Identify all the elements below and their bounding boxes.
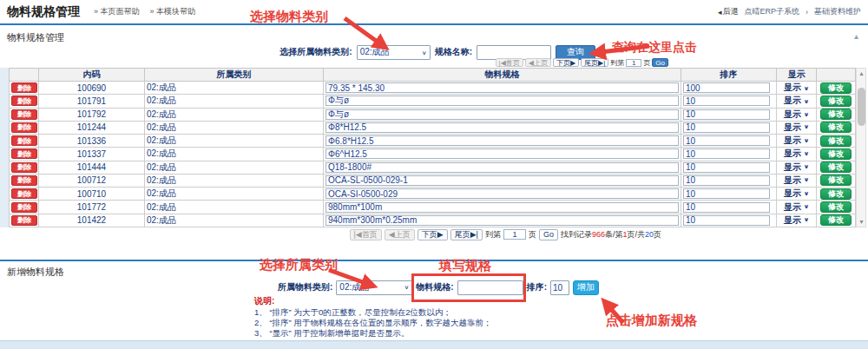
row-sort-input[interactable] bbox=[683, 215, 770, 226]
form-category-value: 02:成品 bbox=[339, 281, 369, 293]
row-sort-input[interactable] bbox=[683, 122, 770, 133]
delete-button[interactable]: 删除 bbox=[11, 162, 37, 173]
col-header-delete bbox=[10, 69, 39, 82]
back-button[interactable]: ◂后退 bbox=[718, 6, 739, 17]
modify-button[interactable]: 修改 bbox=[820, 148, 852, 160]
next-page-button[interactable]: 下页▶ bbox=[553, 58, 579, 67]
scrollbar-thumb[interactable] bbox=[858, 88, 865, 126]
form-sort-label: 排序: bbox=[527, 281, 547, 293]
row-sort-input[interactable] bbox=[683, 175, 770, 186]
row-display-select[interactable]: 显示∨ bbox=[779, 148, 814, 160]
first-page-button[interactable]: |◀首页 bbox=[496, 58, 523, 67]
next-page-button[interactable]: 下页▶ bbox=[418, 229, 448, 240]
pagination-top: |◀首页 ◀上页 下页▶ 尾页▶| 到第 页 Go bbox=[0, 58, 668, 67]
goto-page-input[interactable] bbox=[626, 59, 641, 67]
module-help-link[interactable]: » 本模块帮助 bbox=[150, 6, 196, 17]
chevron-down-icon: ∨ bbox=[422, 49, 427, 55]
delete-button[interactable]: 删除 bbox=[11, 135, 37, 146]
page-help-link[interactable]: » 本页面帮助 bbox=[94, 6, 140, 17]
row-spec-input[interactable] bbox=[326, 95, 679, 106]
row-spec-input[interactable] bbox=[326, 109, 679, 120]
row-spec-input[interactable] bbox=[326, 148, 679, 159]
row-spec-input[interactable] bbox=[326, 162, 679, 173]
row-category: 02:成品 bbox=[145, 108, 324, 121]
delete-button[interactable]: 删除 bbox=[11, 148, 37, 159]
row-spec-input[interactable] bbox=[326, 135, 679, 146]
row-sort-input[interactable] bbox=[683, 109, 770, 120]
modify-button[interactable]: 修改 bbox=[820, 135, 852, 147]
scroll-up-icon[interactable]: ▲ bbox=[857, 69, 866, 78]
row-category: 02:成品 bbox=[145, 214, 324, 227]
row-code: 100712 bbox=[39, 174, 145, 187]
chevron-down-icon: ∨ bbox=[804, 151, 810, 157]
add-button[interactable]: 增加 bbox=[573, 280, 599, 295]
row-category: 02:成品 bbox=[145, 135, 324, 148]
row-sort-input[interactable] bbox=[683, 202, 770, 213]
row-spec-input[interactable] bbox=[326, 122, 679, 133]
collapse-panel-icon[interactable]: ▴ bbox=[854, 31, 858, 41]
prev-page-button[interactable]: ◀上页 bbox=[385, 229, 415, 240]
modify-button[interactable]: 修改 bbox=[820, 174, 852, 186]
row-display-select[interactable]: 显示∨ bbox=[779, 214, 814, 227]
breadcrumb-section-link[interactable]: 基础资料维护 bbox=[814, 6, 861, 17]
row-code: 101772 bbox=[39, 201, 145, 214]
annotation-click-query: 查询在这里点击 bbox=[612, 40, 697, 56]
delete-button[interactable]: 删除 bbox=[11, 215, 37, 226]
category-filter-select[interactable]: 02:成品 ∨ bbox=[357, 45, 431, 60]
row-display-select[interactable]: 显示∨ bbox=[779, 109, 814, 121]
delete-button[interactable]: 删除 bbox=[11, 188, 37, 199]
delete-button[interactable]: 删除 bbox=[11, 95, 37, 106]
row-spec-input[interactable] bbox=[326, 202, 679, 213]
row-sort-input[interactable] bbox=[683, 162, 770, 173]
row-display-select[interactable]: 显示∨ bbox=[779, 82, 814, 94]
delete-button[interactable]: 删除 bbox=[11, 175, 37, 186]
row-spec-input[interactable] bbox=[326, 175, 679, 186]
delete-button[interactable]: 删除 bbox=[11, 122, 37, 133]
scroll-down-icon[interactable]: ▼ bbox=[857, 217, 866, 227]
delete-button[interactable]: 删除 bbox=[11, 109, 37, 120]
delete-button[interactable]: 删除 bbox=[11, 202, 37, 213]
goto-page-suffix: 页 bbox=[529, 229, 536, 240]
breadcrumb-system-link[interactable]: 点晴ERP子系统 bbox=[744, 6, 799, 17]
row-sort-input[interactable] bbox=[683, 82, 770, 93]
modify-button[interactable]: 修改 bbox=[820, 188, 852, 200]
table-row: 删除 101422 02:成品 显示∨ 修改 bbox=[10, 214, 856, 227]
row-sort-input[interactable] bbox=[683, 148, 770, 159]
row-display-select[interactable]: 显示∨ bbox=[779, 161, 814, 174]
modify-button[interactable]: 修改 bbox=[820, 109, 852, 120]
row-display-select[interactable]: 显示∨ bbox=[779, 135, 814, 147]
go-button[interactable]: Go bbox=[652, 58, 668, 67]
vertical-scrollbar[interactable]: ▲ ▼ bbox=[856, 68, 866, 227]
modify-button[interactable]: 修改 bbox=[820, 82, 852, 94]
row-display-select[interactable]: 显示∨ bbox=[779, 122, 814, 134]
prev-page-button[interactable]: ◀上页 bbox=[525, 58, 551, 67]
row-display-select[interactable]: 显示∨ bbox=[779, 174, 814, 187]
row-sort-input[interactable] bbox=[683, 95, 770, 106]
row-spec-input[interactable] bbox=[326, 215, 679, 226]
row-sort-input[interactable] bbox=[683, 188, 770, 199]
last-page-button[interactable]: 尾页▶| bbox=[450, 229, 483, 240]
delete-button[interactable]: 删除 bbox=[11, 82, 37, 93]
first-page-button[interactable]: |◀首页 bbox=[350, 229, 382, 240]
annotation-fill-spec: 填写规格 bbox=[439, 258, 491, 274]
goto-page-input[interactable] bbox=[503, 229, 526, 240]
modify-button[interactable]: 修改 bbox=[820, 95, 852, 107]
form-category-select[interactable]: 02:成品 ∨ bbox=[336, 280, 412, 295]
row-spec-input[interactable] bbox=[326, 82, 679, 93]
row-display-select[interactable]: 显示∨ bbox=[779, 201, 814, 214]
modify-button[interactable]: 修改 bbox=[820, 161, 852, 173]
last-page-button[interactable]: 尾页▶| bbox=[581, 58, 608, 67]
row-sort-input[interactable] bbox=[683, 135, 770, 146]
form-sort-input[interactable] bbox=[550, 280, 569, 295]
row-display-select[interactable]: 显示∨ bbox=[779, 188, 814, 200]
row-display-select[interactable]: 显示∨ bbox=[779, 95, 814, 107]
modify-button[interactable]: 修改 bbox=[820, 122, 852, 133]
row-spec-input[interactable] bbox=[326, 188, 679, 199]
modify-button[interactable]: 修改 bbox=[820, 201, 852, 213]
chevron-down-icon: ∨ bbox=[804, 204, 810, 210]
modify-button[interactable]: 修改 bbox=[820, 214, 852, 226]
go-button[interactable]: Go bbox=[539, 229, 558, 240]
note-item: 1、 “排序” 为大于0的正整数，尽量控制在2位数以内； bbox=[254, 307, 491, 318]
notes-block: 说明: 1、 “排序” 为大于0的正整数，尽量控制在2位数以内； 2、 “排序”… bbox=[254, 296, 491, 339]
back-icon: ◂ bbox=[718, 8, 722, 16]
